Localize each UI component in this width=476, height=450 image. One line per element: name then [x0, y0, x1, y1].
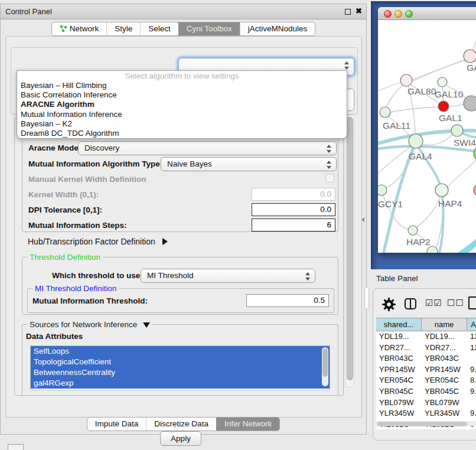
- table-cell: [467, 397, 476, 409]
- network-node[interactable]: [474, 146, 476, 161]
- data-attributes-list[interactable]: SelfLoopsTopologicalCoefficientBetweenne…: [30, 345, 330, 390]
- table-cell: YBR045C: [376, 386, 422, 397]
- dropdown-option[interactable]: Basic Correlation Inference: [17, 90, 347, 100]
- mi-algorithm-type-select[interactable]: Naive Bayes: [161, 157, 337, 171]
- table-cell: YER054C: [422, 375, 467, 386]
- dropdown-option[interactable]: Bayesian – Hill Climbing: [17, 81, 347, 90]
- attribute-list-item[interactable]: TopologicalCoefficient: [31, 357, 330, 367]
- mi-threshold-group: MI Threshold Definition Mutual Informati…: [27, 288, 334, 313]
- dropdown-option[interactable]: Mutual Information Inference: [17, 110, 347, 119]
- kernel-width-input[interactable]: 0.0: [252, 188, 335, 201]
- table-row[interactable]: YPR145WYPR145W9.: [376, 364, 476, 376]
- table-cell: 13: [467, 331, 476, 343]
- close-icon[interactable]: ✖: [356, 6, 362, 15]
- table-row[interactable]: YBR045CYBR045C9.: [376, 386, 476, 397]
- aracne-mode-select[interactable]: Discovery: [78, 141, 337, 155]
- table-cell: 8.: [467, 375, 476, 386]
- table-cell: YDR27...: [422, 343, 467, 354]
- control-panel-title: Control Panel: [5, 7, 52, 16]
- tab-impute-data[interactable]: Impute Data: [87, 418, 146, 431]
- table-cell: YDR27...: [376, 343, 422, 354]
- zoom-traffic-light-icon[interactable]: [405, 10, 413, 18]
- network-graph[interactable]: GALGAL80GAL10GAL1GAL11SWI4GAL4GCY1HAP4YH…: [378, 20, 476, 253]
- settings-gear-icon[interactable]: [382, 297, 396, 312]
- attribute-list-item[interactable]: BetweennessCentrality: [31, 367, 330, 378]
- cyni-algorithm-settings-group: Cyni Algorithm Settings Algorithm Defini…: [14, 118, 344, 396]
- node-attribute-table: shared...nameA YDL19...YDL19...13YDR27..…: [376, 318, 476, 429]
- column-header-A[interactable]: A: [467, 318, 476, 331]
- close-traffic-light-icon[interactable]: [384, 10, 392, 18]
- table-cell: YLR345W: [422, 408, 467, 419]
- document-icon[interactable]: [468, 296, 476, 309]
- scrollbar-thumb[interactable]: [347, 117, 353, 380]
- mi-threshold-input[interactable]: 0.5: [246, 294, 329, 307]
- tab-jactivemnodules[interactable]: jActiveMNodules: [240, 22, 315, 35]
- node-label: HAP2: [406, 237, 431, 247]
- manual-kernel-label: Manual Kernel Width Definition: [28, 175, 146, 184]
- network-node-gal[interactable]: [464, 50, 476, 63]
- network-view-window[interactable]: GALGAL80GAL10GAL1GAL11SWI4GAL4GCY1HAP4YH…: [378, 7, 476, 253]
- manual-kernel-checkbox[interactable]: [325, 174, 334, 182]
- deselect-all-checkboxes-icon[interactable]: ☐☐: [447, 298, 464, 308]
- threshold-definition-group: Threshold Definition Which threshold to …: [22, 257, 338, 315]
- attributes-scrollbar[interactable]: [322, 347, 328, 386]
- panel-divider-grip[interactable]: [364, 287, 369, 309]
- mi-threshold-label: Mutual Information Threshold:: [32, 296, 148, 305]
- panel-splitter-handle[interactable]: [361, 217, 364, 222]
- settings-vertical-scrollbar[interactable]: [345, 115, 354, 387]
- tab-select[interactable]: Select: [140, 22, 178, 35]
- collapsed-panel-button[interactable]: [8, 444, 24, 450]
- network-node-y[interactable]: [474, 184, 476, 197]
- tab-style[interactable]: Style: [106, 22, 140, 35]
- table-row[interactable]: YER054CYER054C8.: [376, 375, 476, 386]
- hub-definition-toggle[interactable]: Hub/Transcription Factor Definition: [28, 237, 168, 246]
- scrollbar-thumb[interactable]: [322, 348, 328, 377]
- scrollbar-thumb[interactable]: [377, 422, 467, 426]
- minimize-traffic-light-icon[interactable]: [395, 10, 402, 18]
- network-node-gal4[interactable]: [409, 134, 423, 148]
- which-threshold-select[interactable]: MI Threshold: [141, 269, 315, 283]
- tab-discretize-data[interactable]: Discretize Data: [146, 418, 216, 431]
- network-icon: [60, 25, 67, 32]
- tab-network[interactable]: Network: [52, 22, 107, 35]
- table-row[interactable]: YDR27...YDR27...12: [376, 343, 476, 354]
- network-node-gal11[interactable]: [380, 107, 390, 118]
- dropdown-option[interactable]: Dream8 DC_TDC Algorithm: [17, 129, 347, 138]
- dropdown-option[interactable]: ARACNE Algorithm: [17, 100, 347, 109]
- split-view-icon[interactable]: [405, 298, 416, 309]
- table-row[interactable]: YBR043CYBR043C: [376, 353, 476, 364]
- attribute-list-item[interactable]: SelfLoops: [31, 346, 330, 357]
- sources-title[interactable]: Sources for Network Inference: [27, 320, 152, 329]
- aracne-mode-label: Aracne Mode:: [28, 144, 81, 152]
- network-node-gal1[interactable]: [438, 101, 449, 112]
- column-header-shared[interactable]: shared...: [376, 318, 422, 331]
- dpi-tolerance-input[interactable]: 0.0: [252, 203, 335, 216]
- table-row[interactable]: YBL079WYBL079W: [376, 397, 476, 409]
- network-node-gal80[interactable]: [400, 74, 412, 86]
- table-row[interactable]: YLR345WYLR345W9.: [376, 408, 476, 419]
- network-desktop-area: GALGAL80GAL10GAL1GAL11SWI4GAL4GCY1HAP4YH…: [371, 1, 476, 269]
- network-node-swi4[interactable]: [451, 125, 463, 136]
- tab-cyni-toolbox[interactable]: Cyni Toolbox: [178, 22, 240, 35]
- attribute-list-item[interactable]: gal4RGexp: [31, 378, 330, 389]
- float-window-icon[interactable]: [345, 9, 351, 15]
- dpi-tolerance-label: DPI Tolerance [0,1]:: [28, 206, 102, 214]
- network-node-hap2[interactable]: [408, 226, 418, 235]
- node-label: HAP4: [438, 198, 462, 208]
- select-all-checkboxes-icon[interactable]: ☑☑: [425, 298, 442, 308]
- table-row[interactable]: YDL19...YDL19...13: [376, 331, 476, 343]
- network-node-gcy1[interactable]: [378, 185, 387, 195]
- network-node-gal10[interactable]: [438, 77, 447, 87]
- aracne-mode-value: Discovery: [84, 144, 119, 152]
- node-label: GAL1: [439, 113, 462, 123]
- column-header-name[interactable]: name: [422, 318, 467, 331]
- dropdown-option[interactable]: Bayesian – K2: [17, 119, 347, 129]
- network-node-hap4[interactable]: [435, 184, 448, 197]
- kernel-width-label: Kernel Width (0,1):: [28, 190, 99, 199]
- network-node[interactable]: [464, 96, 476, 111]
- tab-infer-network[interactable]: Infer Network: [216, 418, 279, 431]
- table-cell: 9.: [467, 386, 476, 397]
- apply-button[interactable]: Apply: [160, 431, 201, 446]
- table-horizontal-scrollbar[interactable]: [376, 421, 476, 426]
- mi-steps-input[interactable]: 6: [252, 219, 335, 231]
